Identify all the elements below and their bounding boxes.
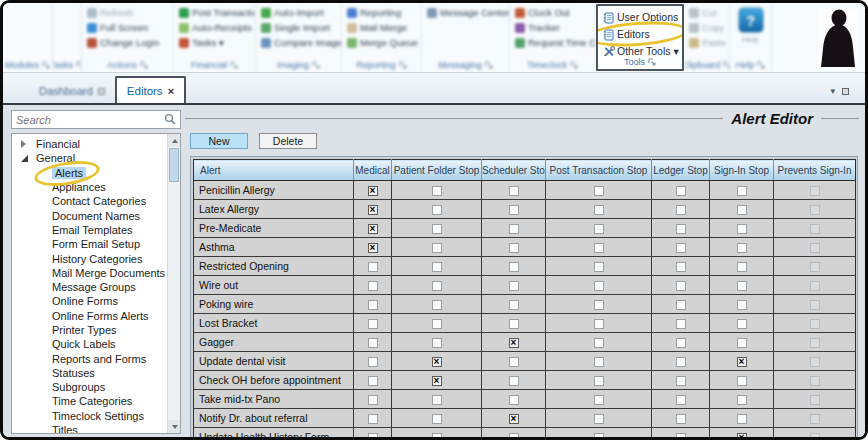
tab-overflow-chevron-icon[interactable]: ▾ (830, 86, 835, 96)
checkbox-prevents-sign-in-unchecked[interactable] (810, 224, 820, 234)
dialog-launcher-icon[interactable] (399, 61, 407, 69)
sidebar-item-reports-and-forms[interactable]: Reports and Forms (12, 351, 180, 365)
checkbox-scheduler-stop-unchecked[interactable] (509, 300, 519, 310)
alert-name-cell[interactable]: Gagger (194, 333, 354, 352)
checkbox-scheduler-stop-unchecked[interactable] (509, 243, 519, 253)
checkbox-prevents-sign-in-unchecked[interactable] (810, 186, 820, 196)
checkbox-patient-folder-stop-unchecked[interactable] (432, 338, 442, 348)
ribbon-item-single-import[interactable]: Single Import (261, 22, 339, 33)
checkbox-medical-unchecked[interactable] (368, 395, 378, 405)
sidebar-item-email-templates[interactable]: Email Templates (12, 223, 180, 237)
checkbox-post-transaction-stop-unchecked[interactable] (594, 224, 604, 234)
checkbox-medical-checked[interactable]: × (368, 243, 378, 253)
checkbox-scheduler-stop-unchecked[interactable] (509, 433, 519, 440)
tab-bar-pin-icon[interactable] (842, 88, 849, 95)
checkbox-ledger-stop-unchecked[interactable] (676, 338, 686, 348)
sidebar-item-time-categories[interactable]: Time Categories (12, 394, 180, 408)
checkbox-patient-folder-stop-unchecked[interactable] (432, 262, 442, 272)
checkbox-post-transaction-stop-unchecked[interactable] (594, 433, 604, 440)
checkbox-scheduler-stop-unchecked[interactable] (509, 395, 519, 405)
dialog-launcher-icon[interactable] (230, 61, 238, 69)
checkbox-medical-unchecked[interactable] (368, 281, 378, 291)
scrollbar-thumb[interactable] (169, 148, 179, 182)
ribbon-item-post-transaction[interactable]: Post Transaction (179, 7, 253, 18)
checkbox-patient-folder-stop-unchecked[interactable] (432, 224, 442, 234)
checkbox-sign-in-stop-unchecked[interactable] (737, 395, 747, 405)
checkbox-ledger-stop-unchecked[interactable] (676, 414, 686, 424)
dialog-launcher-icon[interactable] (312, 61, 320, 69)
alert-name-cell[interactable]: Check OH before appointment (194, 371, 354, 390)
tab-pin-icon[interactable] (98, 88, 105, 95)
alert-name-cell[interactable]: Penicillin Allergy (194, 181, 354, 200)
sidebar-item-subgroups[interactable]: Subgroups (12, 380, 180, 394)
checkbox-scheduler-stop-unchecked[interactable] (509, 319, 519, 329)
checkbox-sign-in-stop-checked[interactable]: × (737, 357, 747, 367)
checkbox-scheduler-stop-checked[interactable]: × (509, 338, 519, 348)
checkbox-post-transaction-stop-unchecked[interactable] (594, 395, 604, 405)
checkbox-medical-checked[interactable]: × (368, 186, 378, 196)
search-icon[interactable] (164, 111, 176, 129)
checkbox-post-transaction-stop-unchecked[interactable] (594, 357, 604, 367)
checkbox-sign-in-stop-unchecked[interactable] (737, 319, 747, 329)
checkbox-post-transaction-stop-unchecked[interactable] (594, 186, 604, 196)
checkbox-scheduler-stop-unchecked[interactable] (509, 376, 519, 386)
checkbox-sign-in-stop-unchecked[interactable] (737, 376, 747, 386)
alert-name-cell[interactable]: Lost Bracket (194, 314, 354, 333)
alert-name-cell[interactable]: Notify Dr. about referral (194, 409, 354, 428)
checkbox-medical-unchecked[interactable] (368, 338, 378, 348)
alert-name-cell[interactable]: Wire out (194, 276, 354, 295)
sidebar-item-alerts[interactable]: Alerts (12, 166, 180, 180)
checkbox-prevents-sign-in-unchecked[interactable] (810, 281, 820, 291)
checkbox-sign-in-stop-unchecked[interactable] (737, 414, 747, 424)
checkbox-patient-folder-stop-unchecked[interactable] (432, 433, 442, 440)
tab-dashboard[interactable]: Dashboard (29, 79, 115, 103)
checkbox-patient-folder-stop-checked[interactable]: × (432, 357, 442, 367)
checkbox-ledger-stop-unchecked[interactable] (676, 281, 686, 291)
checkbox-ledger-stop-unchecked[interactable] (676, 224, 686, 234)
checkbox-prevents-sign-in-unchecked[interactable] (810, 319, 820, 329)
checkbox-sign-in-stop-unchecked[interactable] (737, 243, 747, 253)
sidebar-item-quick-labels[interactable]: Quick Labels (12, 337, 180, 351)
checkbox-prevents-sign-in-unchecked[interactable] (810, 357, 820, 367)
checkbox-medical-checked[interactable]: × (368, 205, 378, 215)
scroll-down-arrow-icon[interactable] (168, 420, 181, 433)
ribbon-item-mail-merge[interactable]: Mail Merge (347, 22, 419, 33)
tab-close-icon[interactable]: × (168, 85, 174, 97)
checkbox-scheduler-stop-unchecked[interactable] (509, 262, 519, 272)
alert-name-cell[interactable]: Update Health History Form (194, 428, 354, 440)
sidebar-item-contact-categories[interactable]: Contact Categories (12, 194, 180, 208)
checkbox-post-transaction-stop-unchecked[interactable] (594, 376, 604, 386)
checkbox-medical-checked[interactable]: × (368, 224, 378, 234)
checkbox-sign-in-stop-unchecked[interactable] (737, 186, 747, 196)
expand-icon[interactable] (21, 140, 26, 148)
sidebar-item-printer-types[interactable]: Printer Types (12, 323, 180, 337)
dialog-launcher-icon[interactable] (723, 61, 730, 69)
checkbox-sign-in-stop-checked[interactable]: × (737, 433, 747, 440)
help-button[interactable]: ? (738, 7, 764, 33)
checkbox-scheduler-stop-unchecked[interactable] (509, 186, 519, 196)
checkbox-post-transaction-stop-unchecked[interactable] (594, 243, 604, 253)
tab-editors[interactable]: Editors × (115, 76, 186, 103)
checkbox-post-transaction-stop-unchecked[interactable] (594, 319, 604, 329)
checkbox-post-transaction-stop-unchecked[interactable] (594, 338, 604, 348)
checkbox-post-transaction-stop-unchecked[interactable] (594, 205, 604, 215)
checkbox-patient-folder-stop-checked[interactable]: × (432, 376, 442, 386)
checkbox-ledger-stop-unchecked[interactable] (676, 205, 686, 215)
dialog-launcher-icon[interactable] (485, 61, 493, 69)
collapse-icon[interactable] (21, 155, 28, 162)
ribbon-item-paste[interactable]: Paste (689, 37, 727, 48)
ribbon-item-full-screen[interactable]: Full Screen (87, 22, 171, 33)
checkbox-medical-unchecked[interactable] (368, 433, 378, 440)
ribbon-item-message-center-1[interactable]: Message Center (1) (427, 7, 507, 18)
checkbox-ledger-stop-unchecked[interactable] (676, 186, 686, 196)
delete-button[interactable]: Delete (259, 133, 317, 149)
checkbox-ledger-stop-unchecked[interactable] (676, 262, 686, 272)
sidebar-item-titles[interactable]: Titles (12, 423, 180, 434)
checkbox-patient-folder-stop-unchecked[interactable] (432, 319, 442, 329)
checkbox-patient-folder-stop-unchecked[interactable] (432, 281, 442, 291)
ribbon-item-cut[interactable]: Cut (689, 7, 727, 18)
checkbox-ledger-stop-unchecked[interactable] (676, 433, 686, 440)
ribbon-item-clock-out[interactable]: Clock Out (515, 7, 593, 18)
ribbon-item-auto-receipts-9[interactable]: Auto-Receipts (9) (179, 22, 253, 33)
ribbon-item-merge-queue[interactable]: Merge Queue (347, 37, 419, 48)
